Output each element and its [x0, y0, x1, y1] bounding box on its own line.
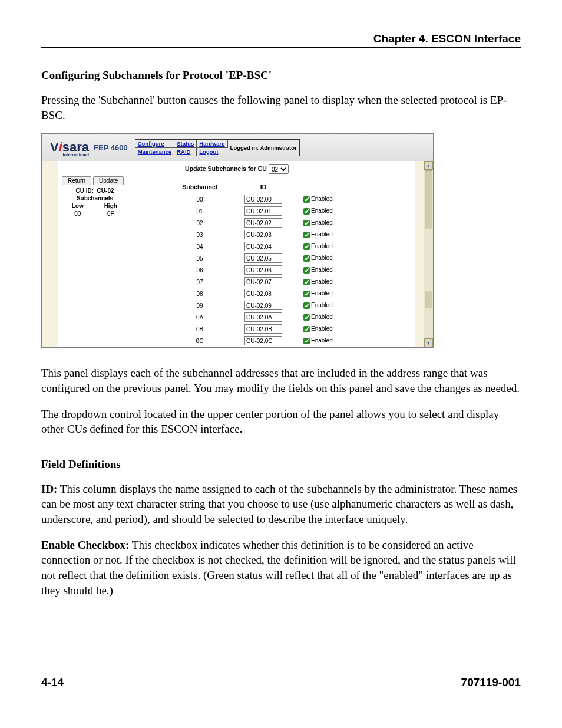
low-label: Low: [62, 202, 94, 210]
enabled-label: Enabled: [311, 290, 333, 297]
id-input[interactable]: [244, 324, 282, 334]
field-def-id: ID: This column displays the name assign…: [41, 482, 521, 527]
enabled-label: Enabled: [311, 278, 333, 285]
enabled-checkbox[interactable]: [303, 196, 310, 203]
field-def-id-label: ID:: [41, 483, 57, 495]
logged-in-text: Logged in: Administrator: [228, 144, 299, 151]
low-value: 00: [62, 210, 94, 218]
table-row: 0CEnabled: [160, 335, 336, 346]
table-row: 05Enabled: [160, 253, 336, 263]
scrollbar[interactable]: ▴ ▾: [424, 161, 433, 347]
doc-number: 707119-001: [461, 676, 521, 689]
app-body: ▴ ▾ Update Subchannels for CU 02 Return …: [42, 161, 433, 347]
id-input[interactable]: [244, 301, 282, 310]
embedded-screenshot: Visara international FEP 4600 Configure …: [41, 133, 434, 348]
page-number: 4-14: [41, 676, 64, 689]
enabled-checkbox[interactable]: [303, 255, 310, 262]
cu-info-sidebar: CU ID: CU-02 Subchannels LowHigh 000F: [62, 187, 128, 218]
id-input[interactable]: [244, 253, 282, 263]
chapter-heading: Chapter 4. ESCON Interface: [41, 32, 521, 48]
enabled-checkbox[interactable]: [303, 326, 310, 332]
id-input[interactable]: [244, 206, 282, 216]
subchannel-value: 02: [160, 218, 240, 228]
nav-configure[interactable]: Configure: [135, 140, 175, 148]
enabled-checkbox[interactable]: [303, 243, 310, 250]
nav-status[interactable]: Status: [174, 140, 197, 148]
col-id: ID: [241, 183, 286, 193]
enabled-checkbox[interactable]: [303, 267, 310, 274]
subchannel-value: 06: [160, 265, 240, 275]
enabled-label: Enabled: [311, 314, 333, 320]
id-input[interactable]: [244, 230, 282, 239]
id-input[interactable]: [244, 277, 282, 286]
id-input[interactable]: [244, 218, 282, 228]
visara-logo: Visara international: [50, 140, 89, 155]
subchannel-value: 0C: [160, 335, 240, 346]
table-row: 0BEnabled: [160, 324, 336, 334]
section-title: Configuring Subchannels for Protocol 'EP…: [41, 69, 521, 82]
return-button[interactable]: Return: [62, 176, 91, 185]
table-row: 00Enabled: [160, 194, 336, 205]
table-row: 01Enabled: [160, 206, 336, 216]
nav-hardware[interactable]: Hardware: [197, 140, 227, 148]
id-input[interactable]: [244, 265, 282, 275]
table-row: 02Enabled: [160, 218, 336, 228]
enabled-label: Enabled: [311, 302, 333, 308]
enabled-label: Enabled: [311, 243, 333, 249]
scroll-thumb[interactable]: [425, 170, 432, 229]
subchannel-value: 09: [160, 300, 240, 311]
enabled-checkbox[interactable]: [303, 208, 310, 215]
subchannel-value: 08: [160, 288, 240, 299]
table-row: 08Enabled: [160, 288, 336, 299]
id-input[interactable]: [244, 242, 282, 251]
table-row: 04Enabled: [160, 241, 336, 252]
scroll-up-icon[interactable]: ▴: [424, 161, 433, 170]
table-row: 06Enabled: [160, 265, 336, 275]
body-paragraph-2: The dropdown control located in the uppe…: [41, 407, 521, 437]
id-input[interactable]: [244, 195, 282, 204]
update-button[interactable]: Update: [93, 176, 124, 185]
enabled-checkbox[interactable]: [303, 338, 310, 344]
enabled-label: Enabled: [311, 337, 333, 344]
field-def-id-text: This column displays the name assigned t…: [41, 483, 517, 525]
enabled-checkbox[interactable]: [303, 220, 310, 226]
id-input[interactable]: [244, 336, 282, 345]
intro-paragraph: Pressing the 'Subchannel' button causes …: [41, 93, 521, 123]
nav-menu: Configure Status Hardware Logged in: Adm…: [135, 139, 300, 156]
enabled-label: Enabled: [311, 325, 333, 332]
enabled-checkbox[interactable]: [303, 232, 310, 238]
field-def-enable: Enable Checkbox: This checkbox indicates…: [41, 538, 521, 598]
enabled-label: Enabled: [311, 219, 333, 226]
enabled-label: Enabled: [311, 266, 333, 273]
subchannel-value: 04: [160, 241, 240, 252]
field-definitions-title: Field Definitions: [41, 458, 521, 471]
id-input[interactable]: [244, 289, 282, 298]
cu-select[interactable]: 02: [269, 164, 289, 174]
nav-raid[interactable]: RAID: [174, 148, 197, 156]
scroll-thumb[interactable]: [425, 291, 432, 308]
product-name: FEP 4600: [94, 143, 128, 152]
subchannel-value: 0A: [160, 312, 240, 322]
enabled-checkbox[interactable]: [303, 279, 310, 285]
id-input[interactable]: [244, 312, 282, 322]
enabled-label: Enabled: [311, 231, 333, 238]
table-row: 09Enabled: [160, 300, 336, 311]
body-paragraph-1: This panel displays each of the subchann…: [41, 365, 521, 396]
high-value: 0F: [94, 210, 128, 218]
enabled-label: Enabled: [311, 207, 333, 214]
nav-logout[interactable]: Logout: [197, 148, 227, 156]
cu-id-label: CU ID:: [75, 187, 94, 194]
table-row: 03Enabled: [160, 229, 336, 240]
subchannel-value: 05: [160, 253, 240, 263]
scroll-down-icon[interactable]: ▾: [424, 338, 433, 347]
subchannel-table: Subchannel ID 00Enabled01Enabled02Enable…: [158, 182, 338, 347]
subchannel-value: 00: [160, 194, 240, 205]
nav-maintenance[interactable]: Maintenance: [135, 148, 175, 156]
enabled-checkbox[interactable]: [303, 314, 310, 321]
enabled-label: Enabled: [311, 196, 333, 202]
enabled-checkbox[interactable]: [303, 291, 310, 297]
logo-subtext: international: [62, 153, 89, 157]
enabled-checkbox[interactable]: [303, 302, 310, 309]
subchannel-value: 01: [160, 206, 240, 216]
table-row: 07Enabled: [160, 276, 336, 287]
